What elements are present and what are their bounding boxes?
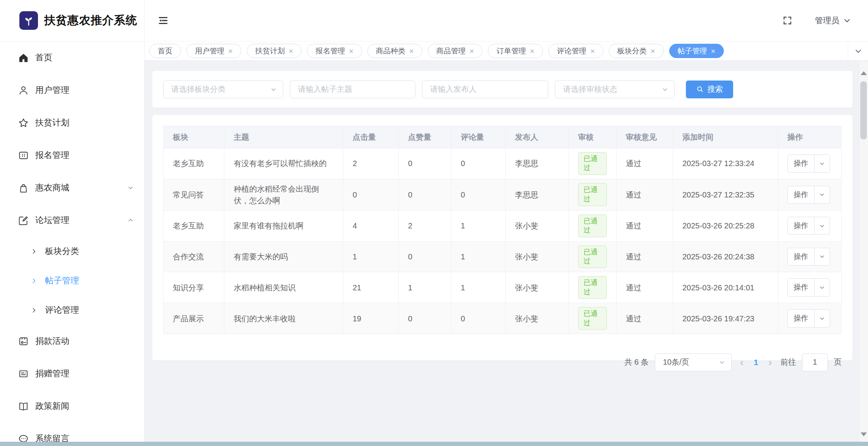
chevron-down-icon[interactable] — [814, 186, 830, 204]
tab-label: 帖子管理 — [678, 46, 707, 56]
fullscreen-icon[interactable] — [782, 15, 792, 26]
sidebar-item-mall[interactable]: 惠农商城 — [0, 172, 144, 204]
post-title-input[interactable] — [290, 81, 415, 98]
close-icon[interactable]: × — [409, 47, 414, 55]
cell-clicks: 4 — [343, 210, 399, 241]
board-category-select-input[interactable] — [163, 81, 283, 98]
tab-poverty-plan[interactable]: 扶贫计划× — [247, 44, 302, 58]
sidebar-item-poverty-plan[interactable]: 扶贫计划 — [0, 106, 144, 139]
cell-time: 2025-03-27 12:32:35 — [673, 179, 778, 210]
row-action-button[interactable]: 操作 — [787, 217, 830, 235]
sidebar-item-post-management[interactable]: 帖子管理 — [0, 266, 144, 295]
tab-product-management[interactable]: 商品管理× — [428, 44, 483, 58]
sidebar-item-label: 用户管理 — [35, 84, 69, 96]
vertical-scrollbar-thumb[interactable] — [860, 81, 867, 139]
cell-comments: 1 — [451, 272, 506, 303]
board-category-select[interactable] — [163, 81, 283, 98]
sidebar-item-forum[interactable]: 论坛管理 — [0, 204, 144, 237]
action-label: 操作 — [788, 155, 814, 172]
row-action-button[interactable]: 操作 — [787, 186, 830, 204]
cell-likes: 0 — [399, 179, 451, 210]
tab-registration[interactable]: 报名管理× — [307, 44, 362, 58]
tab-board-category[interactable]: 板块分类× — [609, 44, 664, 58]
chevron-down-icon[interactable] — [814, 155, 830, 172]
sidebar-item-label: 扶贫计划 — [35, 117, 69, 129]
tab-user-management[interactable]: 用户管理× — [186, 44, 241, 58]
horizontal-scrollbar[interactable] — [0, 442, 868, 446]
total-count: 共 6 条 — [624, 357, 648, 367]
col-header-actions: 操作 — [778, 126, 842, 148]
publisher-input[interactable] — [422, 81, 548, 98]
cell-board: 老乡互助 — [164, 148, 224, 179]
post-title-field-wrap — [290, 81, 415, 98]
close-icon[interactable]: × — [590, 47, 595, 55]
chevron-down-icon[interactable] — [814, 217, 830, 235]
prev-page-button[interactable]: ‹ — [738, 357, 746, 368]
table-row: 合作交流 有需要大米的吗 1 0 1 张小斐 已通过 通过 2025-03-26… — [164, 241, 842, 272]
vertical-scrollbar[interactable] — [859, 61, 868, 442]
collapse-menu-icon[interactable] — [158, 15, 169, 26]
close-icon[interactable]: × — [530, 47, 534, 55]
row-action-button[interactable]: 操作 — [787, 278, 830, 297]
cell-publisher: 张小斐 — [506, 210, 569, 241]
row-action-button[interactable]: 操作 — [787, 309, 830, 328]
edit-icon — [18, 215, 29, 226]
sidebar-item-label: 评论管理 — [45, 304, 79, 316]
chevron-down-icon[interactable] — [814, 248, 830, 266]
chevron-down-icon[interactable] — [814, 310, 830, 327]
filter-bar: 搜索 — [152, 71, 852, 108]
tab-comment-management[interactable]: 评论管理× — [548, 44, 603, 58]
col-header-opinion: 审核意见 — [617, 126, 673, 148]
sidebar-item-home[interactable]: 首页 — [0, 41, 144, 74]
sidebar: 扶贫惠农推介系统 首页 用户管理 扶贫计划 报名管理 — [0, 0, 145, 446]
tab-order-management[interactable]: 订单管理× — [488, 44, 543, 58]
close-icon[interactable]: × — [289, 47, 293, 55]
cell-opinion: 通过 — [617, 303, 673, 334]
sidebar-item-donation-activity[interactable]: 捐款活动 — [0, 325, 144, 357]
chevron-right-icon — [31, 248, 37, 255]
close-icon[interactable]: × — [470, 47, 474, 55]
close-icon[interactable]: × — [651, 47, 655, 55]
scroll-down-arrow[interactable] — [859, 428, 868, 441]
scroll-up-arrow[interactable] — [859, 67, 868, 80]
star-icon — [18, 118, 29, 128]
user-menu[interactable]: 管理员 — [815, 15, 851, 26]
cell-audit: 已通过 — [569, 210, 617, 241]
col-header-likes: 点赞量 — [399, 126, 451, 148]
sidebar-item-board-category[interactable]: 板块分类 — [0, 237, 144, 266]
chevron-down-icon — [854, 47, 862, 55]
close-icon[interactable]: × — [349, 47, 353, 55]
cell-title: 水稻种植相关知识 — [224, 272, 343, 303]
search-button[interactable]: 搜索 — [686, 81, 733, 98]
sidebar-item-comment-management[interactable]: 评论管理 — [0, 295, 144, 325]
row-action-button[interactable]: 操作 — [787, 154, 830, 173]
row-action-button[interactable]: 操作 — [787, 248, 830, 266]
sidebar-item-registration[interactable]: 报名管理 — [0, 139, 144, 172]
logo-icon — [19, 11, 38, 30]
cell-time: 2025-03-26 20:24:38 — [673, 241, 778, 272]
tab-home[interactable]: 首页 — [149, 44, 181, 58]
current-page-number[interactable]: 1 — [752, 358, 760, 367]
page-size-select-input[interactable] — [655, 353, 732, 371]
chevron-down-icon[interactable] — [814, 279, 830, 296]
goto-page-input[interactable] — [802, 353, 828, 371]
page-size-select[interactable] — [655, 353, 732, 371]
next-page-button[interactable]: › — [766, 357, 774, 368]
tab-post-management[interactable]: 帖子管理× — [669, 44, 724, 58]
sidebar-item-donation-management[interactable]: 捐赠管理 — [0, 357, 144, 390]
tab-bar: 首页 用户管理× 扶贫计划× 报名管理× 商品种类× 商品管理× 订单管理× 评… — [145, 41, 868, 61]
home-icon — [18, 53, 29, 63]
status-badge: 已通过 — [578, 307, 607, 330]
app-title: 扶贫惠农推介系统 — [44, 13, 137, 28]
audit-status-select-input[interactable] — [555, 81, 675, 98]
sidebar-item-policy-news[interactable]: 政策新闻 — [0, 390, 144, 422]
user-icon — [18, 85, 29, 96]
tab-product-category[interactable]: 商品种类× — [367, 44, 422, 58]
close-icon[interactable]: × — [711, 47, 716, 55]
tab-overflow-button[interactable] — [848, 41, 868, 60]
action-label: 操作 — [788, 310, 814, 327]
audit-status-select[interactable] — [555, 81, 675, 98]
close-icon[interactable]: × — [228, 47, 233, 55]
sidebar-item-users[interactable]: 用户管理 — [0, 74, 144, 106]
cell-title: 有需要大米的吗 — [224, 241, 343, 272]
